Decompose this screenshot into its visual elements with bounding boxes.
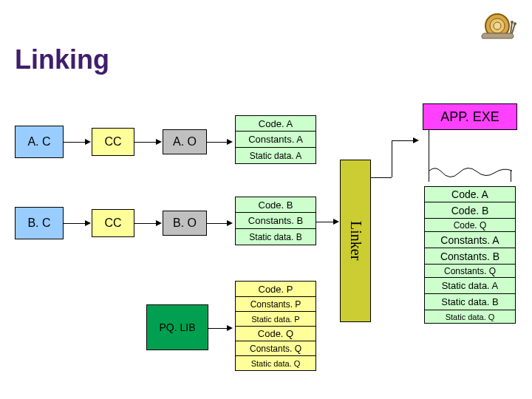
svg-point-5: [514, 22, 516, 25]
box-appexe: APP. EXE: [423, 103, 517, 130]
box-bc: B. C: [15, 207, 64, 239]
cell-static-a: Static data. A: [235, 148, 316, 164]
svg-point-2: [494, 22, 501, 30]
svg-line-3: [512, 24, 515, 33]
final-const-a: Constants. A: [424, 232, 516, 248]
cell-const-q: Constants. Q: [235, 341, 316, 356]
cell-const-p: Constants. P: [235, 297, 316, 312]
page-title: Linking: [15, 44, 109, 75]
torn-paper: [429, 130, 511, 182]
cell-code-b: Code. B: [235, 197, 316, 213]
final-const-b: Constants. B: [424, 248, 516, 265]
final-code-q: Code. Q: [424, 219, 516, 232]
box-bo: B. O: [163, 211, 207, 236]
box-cc-2: CC: [92, 209, 134, 237]
final-static-a: Static data. A: [424, 278, 516, 294]
cell-code-q: Code. Q: [235, 327, 316, 341]
svg-point-6: [511, 21, 514, 24]
final-static-b: Static data. B: [424, 294, 516, 310]
cell-const-b: Constants. B: [235, 213, 316, 229]
box-ao: A. O: [163, 129, 207, 154]
snail-icon: [477, 7, 521, 47]
box-pqlib: PQ. LIB: [146, 304, 208, 350]
cell-const-a: Constants. A: [235, 132, 316, 148]
final-code-b: Code. B: [424, 202, 516, 219]
stack-final: Code. A Code. B Code. Q Constants. A Con…: [424, 186, 516, 324]
final-static-q: Static data. Q: [424, 310, 516, 324]
stack-ao: Code. A Constants. A Static data. A: [235, 115, 316, 164]
cell-code-a: Code. A: [235, 115, 316, 132]
box-ac: A. C: [15, 126, 64, 158]
final-const-q: Constants. Q: [424, 265, 516, 278]
linker-label: Linker: [347, 221, 364, 260]
cell-static-q: Static data. Q: [235, 356, 316, 371]
final-code-a: Code. A: [424, 186, 516, 202]
stack-bo: Code. B Constants. B Static data. B: [235, 197, 316, 245]
cell-static-b: Static data. B: [235, 229, 316, 245]
cell-static-p: Static data. P: [235, 312, 316, 327]
cell-code-p: Code. P: [235, 281, 316, 297]
box-cc-1: CC: [92, 128, 134, 156]
box-linker: Linker: [340, 160, 371, 322]
stack-pq: Code. P Constants. P Static data. P Code…: [235, 281, 316, 371]
